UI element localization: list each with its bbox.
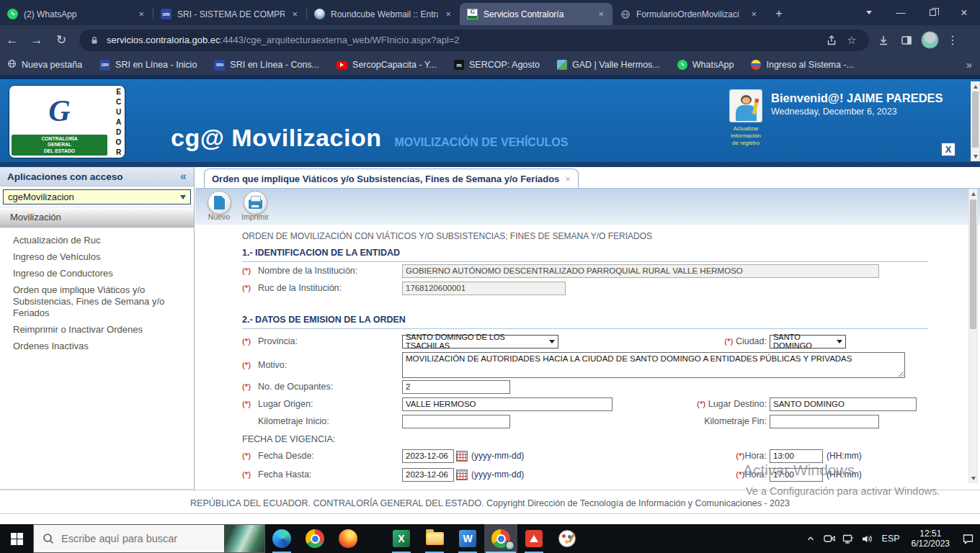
tab-title: Servicios Contraloría <box>484 9 591 19</box>
tab-close-icon[interactable]: × <box>290 9 299 19</box>
bookmark-ingreso-sistema[interactable]: Ingreso al Sistema -... <box>751 60 854 70</box>
fecha-desde-input[interactable] <box>402 449 454 463</box>
tab-sri[interactable]: SRI SRI - SISTEMA DE COMPROB × <box>153 3 306 25</box>
reload-icon[interactable]: ↻ <box>49 28 74 53</box>
scroll-up-icon[interactable] <box>971 82 979 91</box>
new-tab-button[interactable]: + <box>765 6 793 21</box>
tab-roundcube[interactable]: Roundcube Webmail :: Entra × <box>307 3 460 25</box>
scroll-down-icon[interactable] <box>969 474 977 482</box>
window-restore-button[interactable] <box>917 0 948 25</box>
scrollbar-thumb[interactable] <box>970 199 976 329</box>
session-close-button[interactable]: X <box>940 142 956 157</box>
bookmark-nueva-pestana[interactable]: Nueva pestaña <box>7 59 82 71</box>
bookmark-whatsapp[interactable]: WhatsApp <box>677 60 734 70</box>
address-bar[interactable]: servicios.contraloria.gob.ec:4443/cge_ar… <box>79 30 869 51</box>
application-select[interactable]: cgeMovilizacion <box>3 189 191 204</box>
bookmark-sercopcapacita[interactable]: SercopCapacita - Y... <box>337 60 437 70</box>
print-button[interactable]: Imprimir <box>239 191 272 225</box>
section2-title: 2.- DATOS DE EMISION DE LA ORDEN <box>242 315 928 329</box>
bookmark-sri-inicio[interactable]: SRISRI en Línea - Inicio <box>99 60 197 71</box>
hidden-icons-chevron-icon[interactable] <box>801 524 820 553</box>
hora-desde-input[interactable] <box>770 449 823 463</box>
search-highlight-image[interactable] <box>224 525 264 553</box>
required-marker: (*) <box>242 400 258 408</box>
meet-now-icon[interactable] <box>820 524 839 553</box>
calendar-icon[interactable] <box>456 451 468 462</box>
km-inicio-input[interactable] <box>402 415 510 428</box>
taskbar-acrobat[interactable] <box>517 524 551 553</box>
taskbar-excel[interactable]: X <box>385 524 418 553</box>
taskbar-edge[interactable] <box>265 524 298 553</box>
profile-avatar[interactable] <box>918 29 941 52</box>
content-tab-orden[interactable]: Orden que implique Viáticos y/o Subsiste… <box>204 168 579 188</box>
taskbar-search[interactable] <box>33 524 265 553</box>
url-text[interactable]: servicios.contraloria.gob.ec:4443/cge_ar… <box>107 35 821 45</box>
ciudad-select[interactable]: SANTO DOMINGO <box>770 335 846 349</box>
scroll-down-icon[interactable] <box>971 152 979 161</box>
sidebar-item-ingreso-vehiculos[interactable]: Ingreso de Vehículos <box>13 251 185 263</box>
network-icon[interactable] <box>839 524 858 553</box>
header-scrollbar[interactable] <box>971 81 980 161</box>
bookmark-sri-consultas[interactable]: SRISRI en Línea - Cons... <box>214 60 319 71</box>
download-icon[interactable] <box>872 29 895 52</box>
new-button[interactable]: Nuevo <box>202 191 236 225</box>
sidebar-item-orden-viaticos[interactable]: Orden que implique Viáticos y/o Subsiste… <box>13 284 185 319</box>
fecha-hasta-input[interactable] <box>402 468 454 482</box>
tab-close-icon[interactable]: × <box>444 9 453 19</box>
lock-icon[interactable] <box>88 30 101 50</box>
header-date: Wednesday, December 6, 2023 <box>771 107 897 117</box>
taskbar-paint[interactable] <box>551 524 584 553</box>
tab-search-chevron-icon[interactable] <box>853 0 885 25</box>
user-avatar[interactable] <box>729 89 762 122</box>
lugar-destino-input[interactable] <box>770 397 917 411</box>
km-fin-input[interactable] <box>770 415 879 428</box>
tab-servicios-contraloria[interactable]: G Servicios Contraloría × <box>460 3 612 25</box>
action-center-icon[interactable] <box>956 524 980 553</box>
tab-close-icon[interactable]: × <box>565 174 571 184</box>
tab-close-icon[interactable]: × <box>137 9 146 19</box>
motivo-textarea[interactable] <box>402 352 905 378</box>
ocupantes-input[interactable] <box>402 380 510 394</box>
tab-whatsapp[interactable]: (2) WhatsApp × <box>0 3 153 25</box>
lugar-origen-input[interactable] <box>402 397 612 411</box>
bookmark-star-icon[interactable]: ☆ <box>842 30 862 50</box>
sidebar-item-actualizacion-ruc[interactable]: Actualización de Ruc <box>13 235 185 246</box>
language-indicator[interactable]: ESP <box>876 534 906 544</box>
volume-icon[interactable] <box>858 524 876 553</box>
taskbar-file-explorer[interactable] <box>418 524 451 553</box>
content-scrollbar[interactable] <box>968 189 978 483</box>
main-content: Orden que implique Viáticos y/o Subsiste… <box>195 167 980 490</box>
provincia-select[interactable]: SANTO DOMINGO DE LOS TSACHILAS <box>402 335 558 349</box>
taskbar-firefox[interactable] <box>331 524 365 553</box>
search-input[interactable] <box>61 533 205 544</box>
taskbar-clock[interactable]: 12:51 6/12/2023 <box>906 529 956 549</box>
collapse-sidebar-icon[interactable]: « <box>180 170 187 183</box>
update-registration-link[interactable]: Actualizar información de registro <box>718 125 774 147</box>
scrollbar-thumb[interactable] <box>972 91 979 148</box>
back-icon[interactable]: ← <box>0 28 24 53</box>
start-button[interactable] <box>0 524 33 553</box>
window-close-button[interactable]: × <box>948 0 980 25</box>
window-minimize-button[interactable]: — <box>885 0 917 25</box>
bookmarks-overflow-chevron[interactable]: » <box>966 59 972 71</box>
taskbar-word[interactable]: W <box>451 524 484 553</box>
taskbar-chrome-active[interactable] <box>484 524 517 553</box>
field-row-ruc: (*) Ruc de la Institución: <box>242 281 928 295</box>
side-panel-icon[interactable] <box>895 29 918 52</box>
sidebar-item-ingreso-conductores[interactable]: Ingreso de Conductores <box>13 268 185 279</box>
scroll-up-icon[interactable] <box>969 189 977 198</box>
forward-icon[interactable]: → <box>24 28 49 53</box>
sidebar-group-movilizacion[interactable]: Movilización <box>0 207 194 228</box>
sidebar-item-reimprimir-inactivar[interactable]: Reimprimir o Inactivar Ordenes <box>13 324 185 336</box>
tab-formulario-orden[interactable]: FormularioOrdenMovilizaci × <box>612 3 765 25</box>
calendar-icon[interactable] <box>456 469 468 480</box>
tab-close-icon[interactable]: × <box>597 9 605 19</box>
share-icon[interactable] <box>821 30 842 50</box>
taskbar-chrome[interactable] <box>298 524 331 553</box>
tab-close-icon[interactable]: × <box>749 9 758 19</box>
field-row-institucion: (*) Nombre de la Institución: <box>242 264 928 278</box>
sidebar-item-ordenes-inactivas[interactable]: Ordenes Inactivas <box>13 341 185 352</box>
bookmark-gad-valle-hermoso[interactable]: GAD | Valle Hermos... <box>557 60 660 70</box>
menu-dots-icon[interactable]: ⋮ <box>941 29 964 52</box>
bookmark-sercop-agosto[interactable]: mSERCOP: Agosto <box>454 60 540 70</box>
